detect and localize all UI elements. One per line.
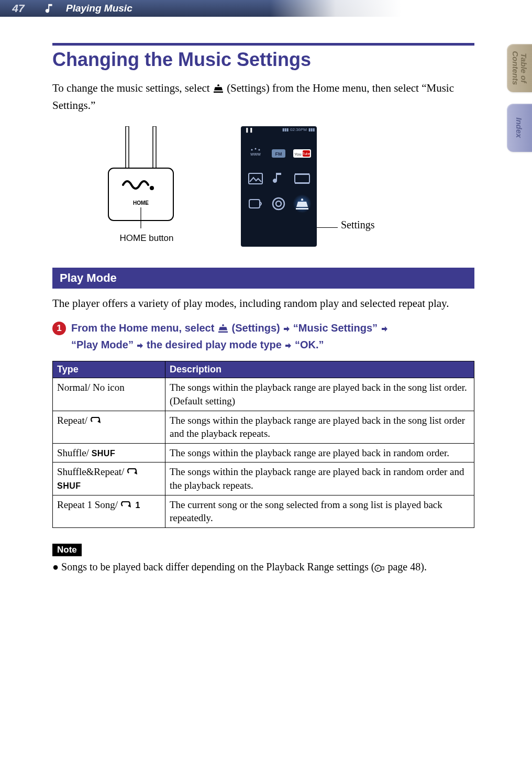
svg-point-21 (276, 201, 281, 206)
app-music-icon (269, 169, 288, 188)
svg-text:FM: FM (275, 151, 282, 157)
arrow-icon (284, 338, 292, 354)
step-number-badge: 1 (52, 322, 66, 335)
page-title: Changing the Music Settings (52, 49, 474, 71)
svg-rect-17 (295, 173, 309, 175)
svg-point-6 (251, 149, 253, 150)
subsection-intro: The player offers a variety of play mode… (52, 296, 474, 311)
battery-icon: ▮▮▮ (308, 127, 315, 132)
pause-icon: ❚❚ (245, 127, 253, 133)
repeat-icon (127, 466, 139, 477)
leader-line (317, 227, 338, 228)
home-text: HOME (133, 200, 149, 206)
col-type: Type (53, 361, 165, 378)
arrow-icon (381, 322, 388, 337)
home-button-label: HOME button (120, 233, 174, 244)
svg-point-3 (150, 186, 154, 190)
table-row: Shuffle/ SHUF The songs within the playb… (53, 443, 474, 462)
svg-rect-15 (249, 173, 262, 184)
repeat-one-text: 1 (136, 501, 140, 510)
status-time: 02:36PM (290, 127, 307, 132)
intro-text: To change the music settings, select (Se… (52, 80, 474, 114)
arrow-icon (283, 322, 290, 337)
page-number: 47 (0, 2, 37, 15)
shuf-text: SHUF (92, 449, 116, 458)
subsection-heading: Play Mode (52, 268, 474, 289)
app-sensme-icon (269, 194, 288, 213)
device-screenshot: ❚❚ ▮▮▮ 02:36PM ▮▮▮ www FM YouTube (241, 126, 317, 247)
svg-rect-0 (126, 126, 129, 168)
note-text: ● Songs to be played back differ dependi… (52, 559, 474, 574)
repeat-icon (90, 415, 103, 426)
table-row: Normal/ No icon The songs within the pla… (53, 378, 474, 411)
settings-icon (217, 322, 229, 337)
table-row: Shuffle&Repeat/ SHUF The songs within th… (53, 462, 474, 495)
play-mode-table: Type Description Normal/ No icon The son… (52, 361, 474, 528)
page-header: 47 Playing Music (0, 0, 532, 17)
step-1: 1 From the Home menu, select (Settings) … (52, 321, 474, 354)
app-photos-icon (246, 169, 265, 188)
settings-icon (213, 82, 224, 97)
arrow-icon (136, 338, 143, 354)
table-row: Repeat/ The songs within the playback ra… (53, 411, 474, 443)
svg-rect-16 (295, 174, 309, 183)
app-settings-icon (293, 194, 312, 213)
heading-rule (52, 43, 474, 46)
table-row: Repeat 1 Song/ 1 The current song or the… (53, 495, 474, 527)
app-fm-icon: FM (269, 144, 288, 163)
svg-point-20 (273, 198, 284, 210)
svg-text:You: You (294, 152, 302, 157)
app-youtube-icon: YouTube (293, 144, 312, 163)
device-illustration: HOME HOME button (94, 126, 199, 244)
svg-text:F: F (377, 566, 380, 571)
shuf-text: SHUF (57, 481, 81, 490)
svg-point-8 (259, 149, 260, 150)
svg-text:Tube: Tube (302, 152, 311, 156)
svg-text:www: www (250, 151, 261, 157)
music-note-icon (37, 3, 63, 14)
svg-rect-19 (249, 200, 260, 208)
app-podcast-icon (246, 194, 265, 213)
svg-rect-1 (153, 126, 156, 168)
app-video-icon (293, 169, 312, 188)
svg-rect-18 (295, 182, 309, 184)
svg-point-7 (255, 148, 257, 149)
page-ref-icon: F (374, 561, 385, 572)
note-badge: Note (52, 544, 82, 556)
wifi-icon: ▮▮▮ (282, 127, 289, 132)
app-browser-icon: www (246, 144, 265, 163)
settings-callout: Settings (341, 219, 374, 231)
col-desc: Description (165, 361, 474, 378)
section-title: Playing Music (63, 3, 132, 14)
step-text: From the Home menu, select (Settings) “M… (71, 321, 388, 354)
repeat-icon (120, 499, 133, 510)
